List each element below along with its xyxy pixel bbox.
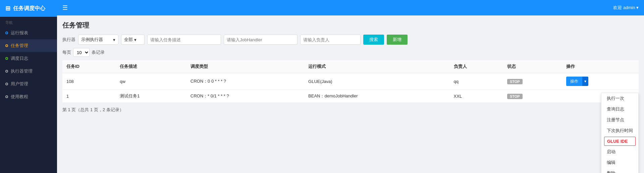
executor-select[interactable]: 示例执行器 ▾	[78, 35, 118, 45]
sidebar-item-label: 运行报表	[11, 30, 28, 36]
action-dropdown-menu: 执行一次 查询日志 注册节点 下次执行时间 GLUE IDE 启动 编辑 删除 …	[601, 93, 639, 173]
cell-schedule-type: CRON：* 0/1 * * * ?	[186, 90, 304, 103]
executor-dropdown-icon: ▾	[113, 37, 115, 42]
topbar-left: ☰	[62, 4, 68, 11]
status-badge: STOP	[507, 79, 523, 84]
sidebar-logo-text: 任务调度中心	[13, 5, 45, 12]
dot-icon	[5, 57, 8, 60]
dropdown-item-register-node[interactable]: 注册节点	[601, 115, 638, 125]
sidebar-logo: ⊞ 任务调度中心	[0, 0, 57, 17]
action-btn-group: 操作 ▾	[566, 77, 588, 86]
logo-icon: ⊞	[5, 5, 10, 12]
status-select[interactable]: 全部 ▾	[121, 35, 145, 45]
dropdown-item-next-exec-time[interactable]: 下次执行时间	[601, 125, 638, 136]
dot-icon	[5, 83, 8, 85]
col-schedule-type: 调度类型	[186, 60, 304, 73]
cell-status: STOP	[503, 73, 562, 90]
sidebar-item-label: 调度日志	[11, 55, 28, 61]
per-page-prefix: 每页	[62, 49, 71, 55]
cell-owner: XXL	[450, 90, 503, 103]
search-button[interactable]: 搜索	[363, 35, 384, 45]
sidebar-item-label: 用户管理	[11, 81, 28, 87]
main-area: ☰ 欢迎 admin ▾ 任务管理 执行器 示例执行器 ▾ 全部 ▾ 搜索 新增…	[57, 0, 644, 173]
sidebar-nav-label: 导航	[0, 17, 57, 27]
cell-run-mode: GLUE(Java)	[304, 73, 450, 90]
col-status: 状态	[503, 60, 562, 73]
col-id: 任务ID	[62, 60, 116, 73]
content-area: 任务管理 执行器 示例执行器 ▾ 全部 ▾ 搜索 新增 每页 10 20	[57, 15, 644, 173]
sidebar-item-label: 任务管理	[11, 43, 28, 49]
dot-icon	[5, 70, 8, 73]
col-owner: 负责人	[450, 60, 503, 73]
dot-icon	[5, 32, 8, 34]
topbar: ☰ 欢迎 admin ▾	[57, 0, 644, 15]
sidebar-item-task-management[interactable]: 任务管理	[0, 39, 57, 52]
cell-owner: qq	[450, 73, 503, 90]
dropdown-item-delete[interactable]: 删除	[601, 168, 638, 173]
jobhandler-input[interactable]	[224, 35, 298, 45]
sidebar-item-running-report[interactable]: 运行报表	[0, 27, 57, 39]
dropdown-item-view-log[interactable]: 查询日志	[601, 104, 638, 115]
dot-icon	[5, 95, 8, 98]
filter-bar: 执行器 示例执行器 ▾ 全部 ▾ 搜索 新增	[62, 35, 639, 45]
cell-desc: qw	[116, 73, 186, 90]
cell-desc: 测试任务1	[116, 90, 186, 103]
action-arrow-button[interactable]: ▾	[582, 77, 588, 86]
status-badge: STOP	[507, 94, 523, 99]
cell-status: STOP	[503, 90, 562, 103]
pagination-info: 第 1 页（总共 1 页，2 条记录）	[62, 107, 639, 113]
per-page-suffix: 条记录	[92, 49, 105, 55]
sidebar-item-label: 执行器管理	[11, 68, 33, 74]
cell-id: 1	[62, 90, 116, 103]
dropdown-item-edit[interactable]: 编辑	[601, 157, 638, 168]
sidebar-item-schedule-log[interactable]: 调度日志	[0, 52, 57, 65]
cell-schedule-type: CRON：0 0 * * * ?	[186, 73, 304, 90]
topbar-user-info[interactable]: 欢迎 admin ▾	[613, 5, 639, 11]
status-dropdown-icon: ▾	[134, 37, 137, 42]
dropdown-item-start[interactable]: 启动	[601, 146, 638, 157]
executor-label: 执行器	[62, 37, 75, 43]
dropdown-item-execute-once[interactable]: 执行一次	[601, 93, 638, 104]
action-main-button[interactable]: 操作	[566, 77, 582, 86]
desc-input[interactable]	[147, 35, 221, 45]
col-desc: 任务描述	[116, 60, 186, 73]
dot-icon	[5, 44, 8, 47]
sidebar: ⊞ 任务调度中心 导航 运行报表 任务管理 调度日志 执行器管理 用户管理 使用…	[0, 0, 57, 173]
sidebar-item-label: 使用教程	[11, 94, 28, 100]
table-row: 1 测试任务1 CRON：* 0/1 * * * ? BEAN：demoJobH…	[62, 90, 639, 103]
sidebar-item-user-management[interactable]: 用户管理	[0, 78, 57, 90]
status-select-value: 全部	[124, 37, 133, 43]
add-button[interactable]: 新增	[387, 35, 408, 45]
menu-toggle-icon[interactable]: ☰	[62, 4, 68, 11]
cell-run-mode: BEAN：demoJobHandler	[304, 90, 450, 103]
cell-id: 108	[62, 73, 116, 90]
sidebar-item-executor-management[interactable]: 执行器管理	[0, 65, 57, 78]
col-run-mode: 运行模式	[304, 60, 450, 73]
cell-action: 操作 ▾	[562, 73, 639, 90]
sidebar-item-usage-tutorial[interactable]: 使用教程	[0, 90, 57, 103]
executor-select-value: 示例执行器	[81, 37, 103, 43]
task-table: 任务ID 任务描述 调度类型 运行模式 负责人 状态 操作 108 qw CRO…	[62, 60, 639, 103]
col-action: 操作	[562, 60, 639, 73]
dropdown-item-glue-ide[interactable]: GLUE IDE	[604, 137, 636, 146]
page-title: 任务管理	[62, 21, 639, 30]
per-page-row: 每页 10 20 50 条记录	[62, 48, 639, 57]
owner-input[interactable]	[300, 35, 361, 45]
per-page-select[interactable]: 10 20 50	[73, 48, 90, 57]
table-row: 108 qw CRON：0 0 * * * ? GLUE(Java) qq ST…	[62, 73, 639, 90]
